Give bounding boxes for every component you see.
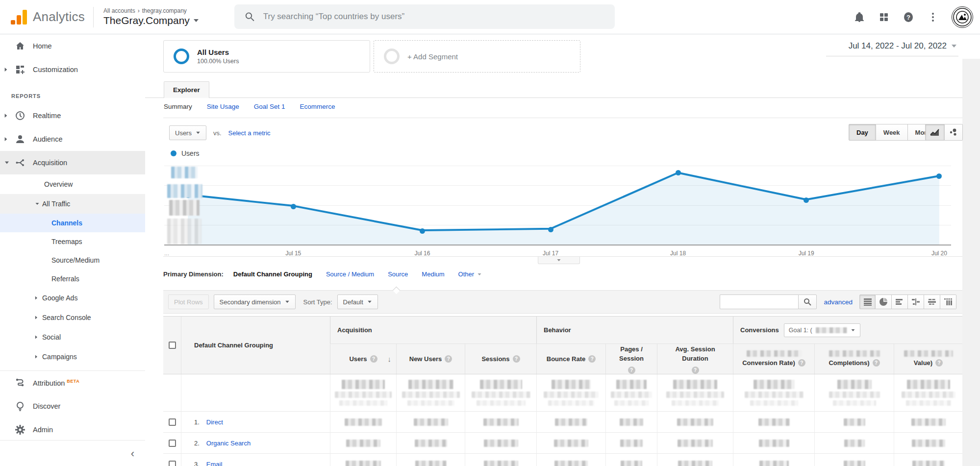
column-header-users[interactable]: Users? ↓ (330, 343, 396, 374)
advanced-filter-link[interactable]: advanced (824, 298, 853, 306)
data-point[interactable] (291, 204, 296, 209)
primary-dimension-selected[interactable]: Default Channel Grouping (233, 270, 312, 278)
select-a-metric-link[interactable]: Select a metric (228, 129, 271, 137)
motion-chart-view-button[interactable] (945, 124, 963, 141)
channel-link[interactable]: Email (206, 461, 223, 466)
granularity-day-button[interactable]: Day (849, 124, 876, 141)
data-point[interactable] (548, 227, 553, 232)
help-icon[interactable]: ? (903, 11, 914, 23)
expand-arrow-icon[interactable] (5, 137, 7, 141)
row-checkbox[interactable] (169, 461, 176, 466)
performance-view-button[interactable] (892, 294, 908, 309)
column-header-goal-conversion-rate[interactable]: Conversion Rate)? (733, 343, 814, 374)
sidebar-item-admin[interactable]: Admin (0, 418, 145, 441)
help-icon[interactable]: ? (628, 367, 635, 374)
expand-arrow-icon[interactable] (35, 355, 37, 359)
data-point[interactable] (676, 170, 681, 175)
breadcrumb[interactable]: All accounts › thegray.company (103, 7, 199, 14)
sidebar-item-customization[interactable]: Customization (0, 58, 145, 81)
sidebar-item-discover[interactable]: Discover (0, 394, 145, 418)
add-segment-button[interactable]: + Add Segment (374, 40, 580, 73)
tab-explorer[interactable]: Explorer (164, 81, 209, 98)
dimension-source-medium-link[interactable]: Source / Medium (326, 270, 374, 278)
subtab-ecommerce[interactable]: Ecommerce (300, 103, 335, 110)
sidebar-item-campaigns[interactable]: Campaigns (0, 347, 145, 367)
sidebar-item-source-medium[interactable]: Source/Medium (0, 251, 145, 270)
expand-arrow-icon[interactable] (35, 316, 37, 319)
global-search[interactable] (234, 4, 615, 29)
dimension-other-dropdown[interactable]: Other (458, 270, 482, 278)
goal-selector-dropdown[interactable]: Goal 1: ( (784, 323, 860, 337)
sidebar-item-treemaps[interactable]: Treemaps (0, 232, 145, 251)
subtab-site-usage[interactable]: Site Usage (207, 103, 239, 110)
help-icon[interactable]: ? (370, 355, 377, 363)
sidebar-item-realtime[interactable]: Realtime (0, 104, 145, 127)
sidebar-item-overview[interactable]: Overview (0, 174, 145, 194)
data-view-button[interactable] (859, 294, 876, 309)
collapse-arrow-icon[interactable] (5, 162, 9, 164)
column-header-dimension[interactable]: Default Channel Grouping (181, 317, 330, 374)
table-search-button[interactable] (798, 294, 817, 309)
help-icon[interactable]: ? (445, 355, 452, 363)
help-icon[interactable]: ? (513, 355, 520, 363)
column-header-new-users[interactable]: New Users? (396, 343, 465, 374)
pivot-view-button[interactable] (940, 294, 956, 309)
column-header-bounce-rate[interactable]: Bounce Rate? (536, 343, 605, 374)
help-icon[interactable]: ? (798, 359, 805, 367)
segment-all-users[interactable]: All Users 100.00% Users (163, 40, 370, 73)
sort-type-dropdown[interactable]: Default (337, 294, 378, 309)
data-point[interactable] (804, 197, 809, 203)
sidebar-item-acquisition[interactable]: Acquisition (0, 151, 145, 174)
expand-arrow-icon[interactable] (35, 296, 37, 300)
collapse-sidebar-icon[interactable]: ‹ (131, 447, 134, 460)
row-checkbox[interactable] (169, 440, 176, 447)
chart-expand-handle[interactable] (538, 257, 580, 264)
sidebar-item-channels[interactable]: Channels (0, 214, 145, 232)
column-header-sessions[interactable]: Sessions? (465, 343, 536, 374)
line-chart-view-button[interactable] (925, 124, 945, 141)
granularity-week-button[interactable]: Week (876, 124, 908, 141)
subtab-summary[interactable]: Summary (164, 103, 192, 110)
sidebar-item-social[interactable]: Social (0, 327, 145, 347)
subtab-goal-set-1[interactable]: Goal Set 1 (254, 103, 285, 110)
column-header-goal-completions[interactable]: Completions)? (814, 343, 894, 374)
help-icon[interactable]: ? (935, 359, 943, 367)
user-avatar[interactable]: · · · · · · · · · · (952, 6, 973, 28)
sidebar-item-all-traffic[interactable]: All Traffic (0, 194, 145, 214)
collapse-arrow-icon[interactable] (36, 203, 39, 205)
comparison-view-button[interactable] (908, 294, 924, 309)
date-range-selector[interactable]: Jul 14, 2022 - Jul 20, 2022 (849, 41, 956, 51)
channel-link[interactable]: Organic Search (206, 440, 251, 447)
channel-link[interactable]: Direct (206, 418, 223, 426)
row-checkbox[interactable] (169, 418, 176, 426)
dimension-source-link[interactable]: Source (388, 270, 408, 278)
sidebar-item-referrals[interactable]: Referrals (0, 270, 145, 288)
help-icon[interactable]: ? (692, 367, 699, 374)
metric-selector-dropdown[interactable]: Users (169, 125, 206, 140)
secondary-dimension-dropdown[interactable]: Secondary dimension (214, 294, 296, 309)
account-switcher[interactable]: TheGray.Company (103, 15, 199, 26)
expand-arrow-icon[interactable] (5, 114, 7, 118)
select-all-checkbox[interactable] (169, 342, 176, 349)
sidebar-item-home[interactable]: Home (0, 34, 145, 58)
dimension-medium-link[interactable]: Medium (422, 270, 444, 278)
table-search-input[interactable] (720, 294, 798, 309)
plot-rows-button[interactable]: Plot Rows (168, 294, 209, 309)
term-cloud-view-button[interactable] (924, 294, 940, 309)
column-header-goal-value[interactable]: Value)? (894, 343, 962, 374)
expand-arrow-icon[interactable] (5, 68, 7, 72)
notifications-bell-icon[interactable] (854, 11, 865, 23)
more-vertical-icon[interactable] (927, 11, 939, 23)
help-icon[interactable]: ? (588, 355, 596, 363)
analytics-logo[interactable]: Analytics (0, 9, 93, 25)
sidebar-item-audience[interactable]: Audience (0, 127, 145, 151)
sidebar-item-attribution[interactable]: AttributionBETA (0, 371, 145, 394)
percentage-view-button[interactable] (876, 294, 892, 309)
expand-arrow-icon[interactable] (35, 336, 37, 339)
sort-descending-icon[interactable]: ↓ (388, 353, 392, 365)
column-header-pages-session[interactable]: Pages / Session? (605, 343, 657, 374)
sidebar-item-search-console[interactable]: Search Console (0, 308, 145, 327)
sidebar-item-google-ads[interactable]: Google Ads (0, 288, 145, 308)
column-header-avg-session-duration[interactable]: Avg. Session Duration? (657, 343, 733, 374)
help-icon[interactable]: ? (873, 359, 880, 367)
